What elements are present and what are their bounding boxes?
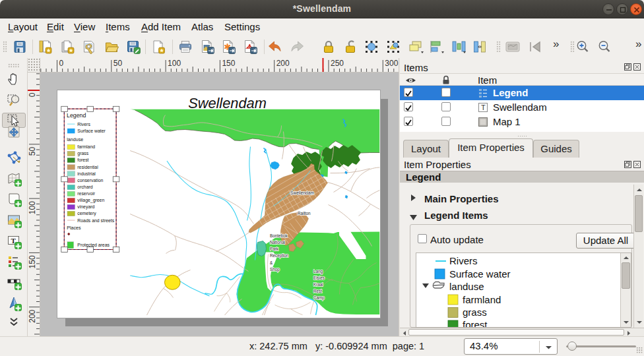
svg-text:Roads and streets: Roads and streets <box>77 218 114 222</box>
svg-text:T: T <box>481 104 486 111</box>
svg-text:landuse: landuse <box>449 281 484 292</box>
svg-text:reservoir: reservoir <box>77 191 96 196</box>
svg-text:Legend: Legend <box>67 112 86 119</box>
svg-text:Rest: Rest <box>313 288 322 293</box>
svg-text:National: National <box>270 239 285 244</box>
svg-text:Reception: Reception <box>270 253 289 258</box>
svg-text:50: 50 <box>113 59 123 68</box>
svg-text:orchard: orchard <box>77 185 93 189</box>
svg-text:Rivers: Rivers <box>449 255 478 266</box>
svg-text:Shop: Shop <box>270 267 280 272</box>
svg-text:150: 150 <box>28 255 37 268</box>
svg-text:grass: grass <box>463 307 487 318</box>
svg-text:100: 100 <box>28 201 37 214</box>
svg-text:Swellendam: Swellendam <box>290 191 314 195</box>
svg-text:grass: grass <box>77 151 88 156</box>
svg-text:100: 100 <box>168 59 181 68</box>
svg-text:forest: forest <box>463 319 488 328</box>
svg-text:vineyard: vineyard <box>77 204 94 210</box>
svg-text:Elsies: Elsies <box>313 275 325 280</box>
svg-text:200: 200 <box>28 309 37 322</box>
svg-text:Camp: Camp <box>313 295 325 300</box>
svg-text:150: 150 <box>222 59 235 68</box>
svg-text:residential: residential <box>77 164 98 169</box>
svg-text:Kraal: Kraal <box>313 282 323 286</box>
svg-text:0: 0 <box>28 92 37 97</box>
svg-text:Railton: Railton <box>298 211 311 216</box>
svg-text:farmland: farmland <box>463 294 501 305</box>
svg-text:300: 300 <box>385 59 398 68</box>
svg-text:Swellendam: Swellendam <box>188 94 267 111</box>
svg-text:Lang: Lang <box>313 268 323 274</box>
svg-text:200: 200 <box>276 59 290 68</box>
svg-text:Park: Park <box>270 247 279 251</box>
svg-text:forest: forest <box>77 158 88 162</box>
svg-text:landuse: landuse <box>67 136 83 142</box>
svg-text:0: 0 <box>59 59 64 68</box>
svg-text:Places: Places <box>67 225 81 231</box>
svg-text:industrial: industrial <box>77 171 96 175</box>
svg-text:Rivers: Rivers <box>77 121 90 126</box>
svg-text:Surface water: Surface water <box>449 268 511 280</box>
svg-text:village_green: village_green <box>77 198 104 203</box>
svg-text:Surface water: Surface water <box>77 129 106 133</box>
svg-text:50: 50 <box>28 146 37 156</box>
svg-text:cemetery: cemetery <box>77 211 96 216</box>
svg-text:farmland: farmland <box>77 144 95 149</box>
svg-text:Bontebok: Bontebok <box>270 233 288 237</box>
svg-text:conservation: conservation <box>77 177 103 182</box>
svg-text:250: 250 <box>331 59 344 68</box>
